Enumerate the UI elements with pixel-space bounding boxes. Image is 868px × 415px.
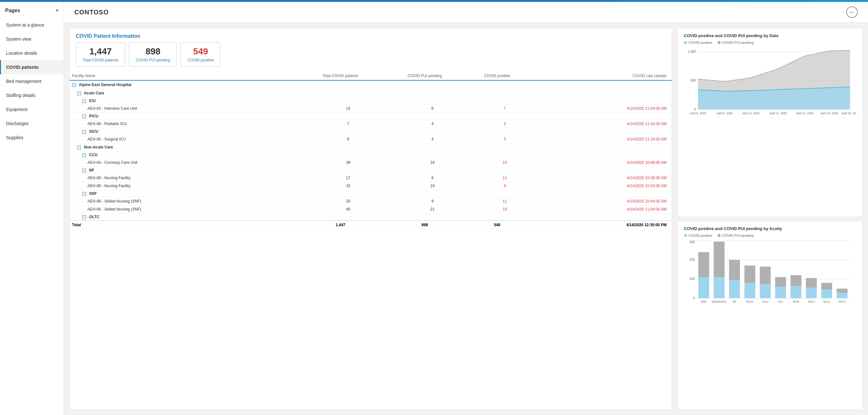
expand-icon[interactable]: − bbox=[77, 146, 81, 150]
subsubgroup-name: CCU bbox=[89, 153, 97, 157]
expand-icon[interactable]: − bbox=[82, 169, 86, 172]
expand-icon[interactable]: − bbox=[82, 215, 86, 219]
table-row: − Alpine East General Hospital bbox=[69, 80, 672, 89]
row-total: 17 bbox=[299, 174, 382, 182]
bar-gensurg-positive bbox=[714, 277, 724, 298]
sidebar-item-staffing-details[interactable]: Staffing details bbox=[0, 88, 64, 102]
row-date: 4/14/2020 10:38:00 AM bbox=[527, 174, 672, 182]
row-pui: 24 bbox=[382, 182, 467, 190]
table-row: AEH-06 - Skilled Nursing (SNF) 40 21 19 … bbox=[69, 205, 672, 214]
line-chart-container: 1,000 500 0 bbox=[684, 47, 856, 212]
expand-icon[interactable]: − bbox=[82, 99, 86, 103]
expand-icon[interactable]: − bbox=[82, 115, 86, 118]
sidebar-item-equipment[interactable]: Equipment bbox=[0, 102, 64, 117]
bar-snf-pui bbox=[698, 252, 709, 277]
sidebar-item-location-details[interactable]: Location details bbox=[0, 46, 64, 60]
bar-ccu-positive bbox=[760, 284, 771, 298]
row-facility: AEH-06 - Pediatric ICU bbox=[69, 120, 299, 128]
row-positive: 11 bbox=[467, 197, 527, 205]
svg-text:200: 200 bbox=[689, 258, 695, 261]
covid-info-title: COVID Patient Information bbox=[69, 28, 672, 42]
row-positive: 9 bbox=[467, 182, 527, 190]
svg-text:April 10, 2020: April 10, 2020 bbox=[742, 112, 760, 115]
sidebar-item-system-view[interactable]: System view bbox=[0, 32, 64, 46]
svg-text:NF: NF bbox=[733, 300, 736, 303]
row-facility: AEH-05 - Surgical ICU bbox=[69, 135, 299, 143]
expand-icon[interactable]: − bbox=[72, 83, 76, 87]
expand-icon[interactable]: − bbox=[82, 153, 86, 157]
row-date: 4/14/2020 10:44:00 AM bbox=[527, 197, 672, 205]
sidebar-nav: System at a glance System view Location … bbox=[0, 18, 64, 145]
row-date: 4/14/2020 10:48:00 AM bbox=[527, 159, 672, 167]
right-panel: COVID positive and COVID PUI pending by … bbox=[677, 28, 863, 410]
row-facility: AEH-08 - Nursing Facility bbox=[69, 182, 299, 190]
expand-icon[interactable]: − bbox=[82, 130, 86, 134]
bar-nicu-pui bbox=[821, 283, 832, 290]
row-pui: 4 bbox=[382, 135, 467, 143]
sidebar-item-discharges[interactable]: Discharges bbox=[0, 117, 64, 131]
expand-icon[interactable]: − bbox=[77, 92, 81, 95]
back-button[interactable]: ← bbox=[846, 6, 858, 18]
table-row: − SNF bbox=[69, 190, 672, 197]
left-panel: COVID Patient Information 1,447 Total CO… bbox=[69, 28, 672, 410]
svg-text:SICU: SICU bbox=[808, 300, 815, 303]
row-total: 9 bbox=[299, 135, 382, 143]
table-row: − PICU bbox=[69, 113, 672, 120]
row-date: 4/14/2020 11:04:00 AM bbox=[527, 105, 672, 113]
subsubgroup-name: OLTC bbox=[89, 215, 99, 219]
col-pui[interactable]: COVID PUI pending bbox=[382, 72, 467, 80]
bar-legend-label-positive: COVID positive bbox=[688, 233, 712, 237]
sidebar-item-supplies[interactable]: Supplies bbox=[0, 131, 64, 145]
sidebar-item-covid-patients[interactable]: COVID patients bbox=[0, 60, 64, 74]
row-facility: AEH-06 - Skilled Nursing (SNF) bbox=[69, 205, 299, 214]
group-name: Alpine East General Hospital bbox=[79, 83, 131, 87]
svg-text:1,000: 1,000 bbox=[688, 50, 696, 54]
total-positive: 549 bbox=[467, 221, 527, 229]
total-total: 1,447 bbox=[299, 221, 382, 229]
subsubgroup-name: SNF bbox=[89, 191, 97, 196]
subsubgroup-name: ICU bbox=[89, 99, 96, 103]
bar-oltc-positive bbox=[744, 283, 755, 298]
legend-dot-positive bbox=[684, 41, 687, 44]
total-label: Total bbox=[69, 221, 299, 229]
svg-text:300: 300 bbox=[689, 240, 695, 244]
sidebar-item-bed-management[interactable]: Bed management bbox=[0, 74, 64, 88]
bar-icu-pui bbox=[775, 277, 786, 287]
page-title: CONTOSO bbox=[74, 9, 109, 16]
row-date: 4/14/2020 11:16:00 AM bbox=[527, 135, 672, 143]
bar-picu-pui bbox=[837, 289, 847, 293]
row-total: 39 bbox=[299, 159, 382, 167]
col-date[interactable]: COVID Last Update bbox=[527, 72, 672, 80]
row-total: 20 bbox=[299, 197, 382, 205]
close-icon[interactable]: × bbox=[56, 8, 59, 13]
stat-total-label: Total COVID patients bbox=[83, 58, 119, 62]
row-positive: 19 bbox=[467, 205, 527, 214]
stat-pui-number: 898 bbox=[136, 46, 170, 57]
col-facility[interactable]: Facility Name bbox=[69, 72, 299, 80]
data-table: Facility Name Total COVID patients COVID… bbox=[69, 72, 672, 229]
total-date: 4/14/2020 12:35:00 PM bbox=[527, 221, 672, 229]
svg-text:OLTC: OLTC bbox=[746, 300, 754, 303]
expand-icon[interactable]: − bbox=[82, 192, 86, 196]
table-row: AEH-06 - Pediatric ICU 7 4 3 4/14/2020 1… bbox=[69, 120, 672, 128]
svg-text:100: 100 bbox=[689, 277, 695, 281]
col-total[interactable]: Total COVID patients bbox=[299, 72, 382, 80]
content-area: COVID Patient Information 1,447 Total CO… bbox=[64, 23, 868, 415]
row-date: 4/14/2020 11:16:00 AM bbox=[527, 120, 672, 128]
subsubgroup-name: PICU bbox=[89, 114, 98, 118]
bar-sicu-positive bbox=[806, 288, 817, 298]
sidebar-item-system-at-a-glance[interactable]: System at a glance bbox=[0, 18, 64, 32]
svg-text:ICU: ICU bbox=[778, 300, 783, 303]
svg-text:0: 0 bbox=[694, 107, 696, 111]
col-positive[interactable]: COVID positive bbox=[467, 72, 527, 80]
stats-row: 1,447 Total COVID patients 898 COVID PUI… bbox=[69, 42, 672, 72]
bar-chart-title: COVID positive and COVID PUI pending by … bbox=[684, 226, 856, 231]
subsubgroup-name: SICU bbox=[89, 129, 98, 134]
line-chart-card: COVID positive and COVID PUI pending by … bbox=[677, 28, 863, 217]
legend-dot-pui bbox=[717, 41, 721, 44]
bar-nur-positive bbox=[790, 286, 801, 298]
row-pui: 4 bbox=[382, 120, 467, 128]
table-container[interactable]: Facility Name Total COVID patients COVID… bbox=[69, 72, 672, 410]
line-chart-svg: 1,000 500 0 bbox=[684, 47, 856, 118]
total-row: Total 1,447 898 549 4/14/2020 12:35:00 P… bbox=[69, 221, 672, 229]
